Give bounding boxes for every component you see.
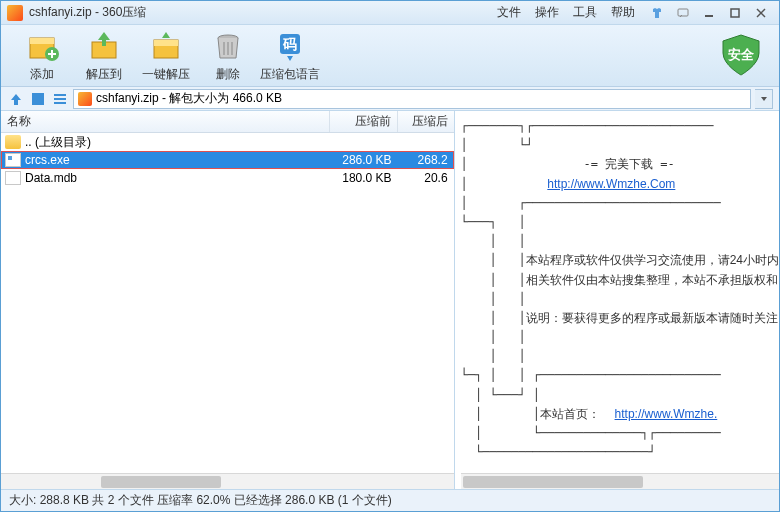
- file-hscrollbar[interactable]: [1, 473, 454, 489]
- window-title: cshfanyi.zip - 360压缩: [29, 4, 497, 21]
- maximize-button[interactable]: [723, 4, 747, 22]
- tool-codepage[interactable]: 码 压缩包语言: [259, 28, 321, 83]
- close-button[interactable]: [749, 4, 773, 22]
- svg-text:安全: 安全: [728, 47, 755, 62]
- path-box[interactable]: cshfanyi.zip - 解包大小为 466.0 KB: [73, 89, 751, 109]
- one-click-extract-icon: [148, 28, 184, 64]
- folder-icon: [5, 135, 21, 149]
- view-icons-button[interactable]: [29, 90, 47, 108]
- link-wmzhe-1[interactable]: http://www.Wmzhe.Com: [547, 177, 675, 191]
- minimize-button[interactable]: [697, 4, 721, 22]
- tool-extract-to[interactable]: 解压到: [73, 28, 135, 83]
- svg-rect-2: [731, 9, 739, 17]
- delete-icon: [210, 28, 246, 64]
- row-parent-dir[interactable]: .. (上级目录): [1, 133, 454, 151]
- extract-to-icon: [86, 28, 122, 64]
- row-crcs-exe[interactable]: crcs.exe 286.0 KB 268.2: [1, 151, 454, 169]
- file-list[interactable]: .. (上级目录) crcs.exe 286.0 KB 268.2 Data.m…: [1, 133, 454, 473]
- up-button[interactable]: [7, 90, 25, 108]
- menu-help[interactable]: 帮助: [611, 4, 635, 21]
- link-wmzhe-2[interactable]: http://www.Wmzhe.: [615, 407, 718, 421]
- menu-bar: 文件 操作 工具 帮助: [497, 4, 635, 21]
- menu-file[interactable]: 文件: [497, 4, 521, 21]
- preview-pane: ┌───────┐┌───────────────────────── │ └┘…: [455, 111, 779, 489]
- window-controls: [645, 4, 773, 22]
- tool-one-click-extract[interactable]: 一键解压: [135, 28, 197, 83]
- column-size-before[interactable]: 压缩前: [330, 111, 398, 132]
- toolbar: 添加 解压到 一键解压 删除 码 压缩包语言 安全: [1, 25, 779, 87]
- file-list-header: 名称 压缩前 压缩后: [1, 111, 454, 133]
- add-icon: [24, 28, 60, 64]
- svg-rect-0: [678, 9, 688, 16]
- zip-icon: [78, 92, 92, 106]
- navbar: cshfanyi.zip - 解包大小为 466.0 KB: [1, 87, 779, 111]
- row-data-mdb[interactable]: Data.mdb 180.0 KB 20.6: [1, 169, 454, 187]
- exe-file-icon: [5, 153, 21, 167]
- svg-text:码: 码: [282, 36, 297, 52]
- statusbar: 大小: 288.8 KB 共 2 个文件 压缩率 62.0% 已经选择 286.…: [1, 489, 779, 511]
- tool-add[interactable]: 添加: [11, 28, 73, 83]
- mdb-file-icon: [5, 171, 21, 185]
- svg-rect-12: [154, 40, 178, 46]
- feedback-button[interactable]: [671, 4, 695, 22]
- column-name[interactable]: 名称: [1, 111, 330, 132]
- content-area: 名称 压缩前 压缩后 .. (上级目录) crcs.exe 286.0 KB 2…: [1, 111, 779, 489]
- app-icon: [7, 5, 23, 21]
- svg-rect-20: [32, 93, 44, 105]
- codepage-icon: 码: [272, 28, 308, 64]
- path-dropdown[interactable]: [755, 89, 773, 109]
- titlebar: cshfanyi.zip - 360压缩 文件 操作 工具 帮助: [1, 1, 779, 25]
- file-pane: 名称 压缩前 压缩后 .. (上级目录) crcs.exe 286.0 KB 2…: [1, 111, 455, 489]
- preview-text: ┌───────┐┌───────────────────────── │ └┘…: [461, 117, 779, 473]
- app-window: cshfanyi.zip - 360压缩 文件 操作 工具 帮助 添加 解压到 …: [0, 0, 780, 512]
- menu-operate[interactable]: 操作: [535, 4, 559, 21]
- status-text: 大小: 288.8 KB 共 2 个文件 压缩率 62.0% 已经选择 286.…: [9, 492, 392, 509]
- menu-tools[interactable]: 工具: [573, 4, 597, 21]
- preview-hscrollbar[interactable]: [461, 473, 779, 489]
- path-text: cshfanyi.zip - 解包大小为 466.0 KB: [96, 90, 282, 107]
- skin-button[interactable]: [645, 4, 669, 22]
- tool-delete[interactable]: 删除: [197, 28, 259, 83]
- svg-rect-6: [30, 38, 54, 44]
- view-list-button[interactable]: [51, 90, 69, 108]
- column-size-after[interactable]: 压缩后: [398, 111, 454, 132]
- safety-shield-icon: 安全: [717, 31, 765, 79]
